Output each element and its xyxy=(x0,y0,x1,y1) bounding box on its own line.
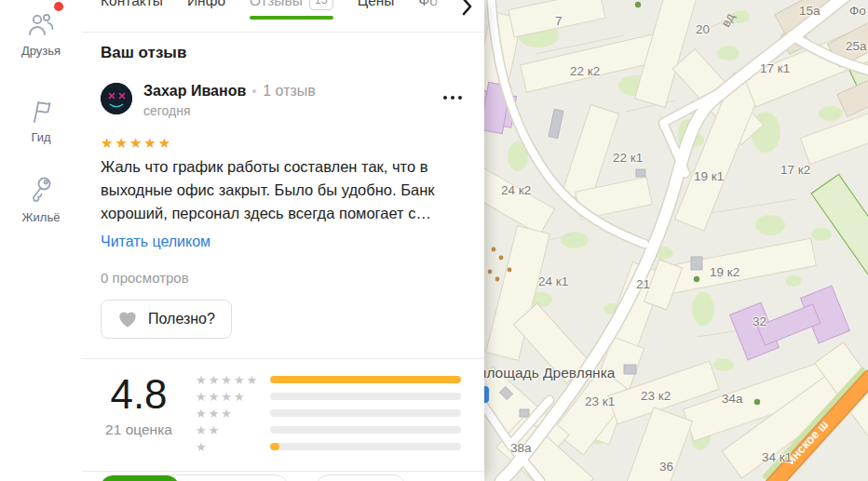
tab-contacts[interactable]: Контакты xyxy=(101,0,163,9)
place-card-panel: КонтактыИнфоОтзывы15ЦеныФо Ваш отзыв З xyxy=(82,0,484,481)
distribution-stars: ★★★★ xyxy=(196,391,270,403)
distribution-row-4-stars[interactable]: ★★★★ xyxy=(196,388,461,405)
friends-icon xyxy=(27,12,55,38)
review-menu-icon[interactable] xyxy=(440,92,466,118)
distribution-bar xyxy=(270,426,461,434)
review-author-row: Захар Иванов 1 отзыв сегодня xyxy=(101,83,466,118)
review-text: Жаль что график работы составлен так, чт… xyxy=(101,155,471,225)
your-review-section: Ваш отзыв Захар Иванов 1 отзыв сегодня xyxy=(82,44,484,339)
author-info: Захар Иванов 1 отзыв сегодня xyxy=(143,83,316,118)
secondary-action-button[interactable] xyxy=(316,474,406,481)
avatar xyxy=(101,83,132,114)
tab-badge: 15 xyxy=(309,0,333,10)
sidebar-item-guide[interactable]: Гид xyxy=(0,97,82,144)
tab-prices[interactable]: Цены xyxy=(358,0,395,9)
distribution-bar xyxy=(270,376,461,383)
author-name: Захар Иванов xyxy=(143,83,246,100)
housing-key-icon xyxy=(27,175,55,205)
map-marker-blue[interactable] xyxy=(484,386,489,403)
rating-count: 21 оценка xyxy=(96,421,182,438)
distribution-row-3-stars[interactable]: ★★★ xyxy=(196,405,461,421)
distribution-row-5-stars[interactable]: ★★★★★ xyxy=(196,371,461,388)
distribution-stars: ★★ xyxy=(196,424,270,436)
guide-flag-icon xyxy=(27,97,55,125)
distribution-stars: ★★★★★ xyxy=(196,374,270,386)
active-tab-underline xyxy=(250,16,333,20)
distribution-bar xyxy=(270,443,461,450)
helpful-button[interactable]: Полезно? xyxy=(101,300,232,339)
sidebar-item-housing[interactable]: Жильё xyxy=(0,175,82,224)
sidebar-label-guide: Гид xyxy=(0,130,82,144)
rating-distribution: ★★★★★★★★★★★★★★★ xyxy=(196,371,461,455)
distribution-bar xyxy=(270,393,461,400)
rating-segment-button[interactable] xyxy=(100,474,289,481)
bottom-actions xyxy=(100,474,406,481)
tab-reviews[interactable]: Отзывы15 xyxy=(250,0,333,10)
sidebar-item-friends[interactable]: Друзья xyxy=(0,12,82,58)
rating-segment-selected xyxy=(101,475,179,481)
map[interactable]: вд инское ш площадь Древлянка 72022 к215… xyxy=(484,0,868,481)
distribution-row-1-stars[interactable]: ★ xyxy=(196,438,461,455)
sidebar-label-friends: Друзья xyxy=(0,44,82,58)
tabs-fade xyxy=(414,0,460,20)
rating-score: 4.8 xyxy=(96,374,182,415)
heart-icon xyxy=(117,310,138,328)
notification-dot xyxy=(54,2,63,11)
rating-summary: 4.8 21 оценка ★★★★★★★★★★★★★★★ xyxy=(82,358,484,472)
views-count: 0 просмотров xyxy=(101,270,466,286)
distribution-stars: ★ xyxy=(196,441,270,453)
author-review-count: 1 отзыв xyxy=(263,83,316,100)
tab-bar: КонтактыИнфоОтзывы15ЦеныФо xyxy=(82,0,484,33)
tab-row: КонтактыИнфоОтзывы15ЦеныФо xyxy=(101,0,438,10)
sidebar-label-housing: Жильё xyxy=(0,210,82,224)
read-more-link[interactable]: Читать целиком xyxy=(101,234,466,250)
meta-separator-dot xyxy=(252,89,256,93)
section-title: Ваш отзыв xyxy=(101,44,466,62)
tab-info[interactable]: Инфо xyxy=(187,0,225,9)
left-rail: Друзья Гид Жильё xyxy=(0,0,82,481)
distribution-stars: ★★★ xyxy=(196,408,270,420)
review-date: сегодня xyxy=(143,103,316,118)
score-block: 4.8 21 оценка xyxy=(96,374,182,438)
distribution-row-2-stars[interactable]: ★★ xyxy=(196,421,461,438)
map-canvas[interactable]: вд инское ш xyxy=(484,0,868,481)
helpful-label: Полезно? xyxy=(148,311,215,327)
distribution-bar xyxy=(270,409,461,417)
review-star-rating: ★★★★★ xyxy=(101,135,466,152)
tabs-scroll-chevron-icon[interactable] xyxy=(460,0,477,19)
